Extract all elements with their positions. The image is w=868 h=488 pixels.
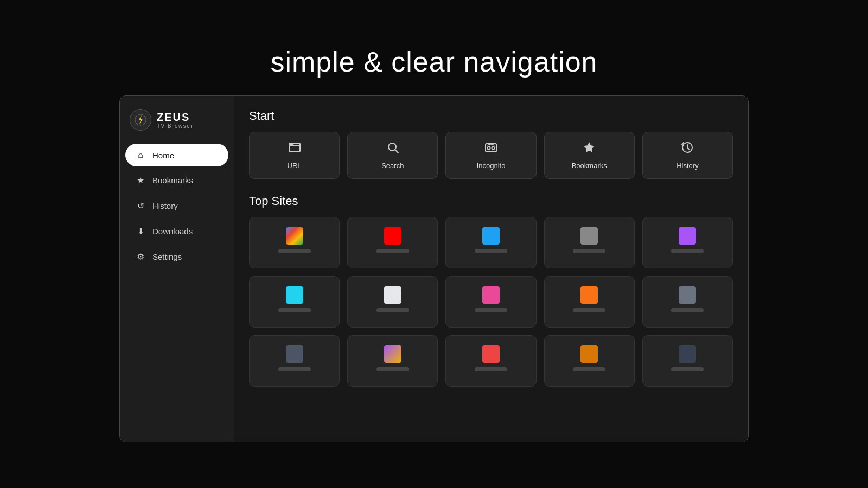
- sidebar-item-history[interactable]: ↺ History: [125, 194, 228, 217]
- sidebar-label-downloads: Downloads: [152, 227, 193, 236]
- search-label: Search: [381, 162, 404, 170]
- svg-point-4: [290, 144, 291, 145]
- svg-marker-1: [138, 115, 142, 125]
- favicon-11: [286, 345, 303, 363]
- site-tile-9[interactable]: [544, 276, 635, 328]
- sidebar-label-history: History: [152, 201, 178, 210]
- favicon-1: [286, 227, 303, 245]
- top-sites-title: Top Sites: [249, 194, 733, 208]
- svg-point-10: [492, 147, 495, 150]
- sidebar-item-bookmarks[interactable]: ★ Bookmarks: [125, 169, 228, 192]
- bookmarks-nav-label: Bookmarks: [572, 162, 607, 170]
- site-label-5: [671, 249, 704, 253]
- logo-name: ZEUS: [157, 111, 193, 123]
- favicon-6: [286, 286, 303, 304]
- url-icon: [288, 141, 301, 157]
- nav-buttons-row: URL Search: [249, 132, 733, 179]
- bookmarks-nav-icon: [583, 141, 596, 157]
- site-label-7: [376, 308, 409, 312]
- svg-marker-11: [584, 142, 595, 152]
- favicon-8: [482, 286, 500, 304]
- zeus-logo-icon: [130, 109, 151, 131]
- url-label: URL: [288, 162, 302, 170]
- site-label-13: [475, 367, 507, 371]
- site-label-11: [278, 367, 311, 371]
- bookmarks-nav-button[interactable]: Bookmarks: [544, 132, 635, 179]
- logo-subtitle: TV Browser: [157, 123, 193, 129]
- search-icon: [386, 141, 399, 157]
- incognito-icon: [484, 141, 497, 157]
- site-tile-1[interactable]: [249, 217, 340, 268]
- browser-window: ZEUS TV Browser ⌂ Home ★ Bookmarks ↺ His…: [119, 95, 749, 442]
- favicon-9: [580, 286, 598, 304]
- sidebar-item-home[interactable]: ⌂ Home: [125, 144, 228, 166]
- history-nav-button[interactable]: History: [642, 132, 733, 179]
- favicon-4: [580, 227, 598, 245]
- site-tile-15[interactable]: [642, 335, 733, 387]
- search-button[interactable]: Search: [347, 132, 438, 179]
- sidebar: ZEUS TV Browser ⌂ Home ★ Bookmarks ↺ His…: [120, 96, 234, 442]
- site-tile-13[interactable]: [445, 335, 536, 387]
- bookmarks-icon: ★: [135, 175, 146, 185]
- favicon-15: [679, 345, 696, 363]
- start-section-title: Start: [249, 109, 733, 123]
- site-label-4: [573, 249, 605, 253]
- history-nav-icon: [681, 141, 694, 157]
- favicon-13: [482, 345, 500, 363]
- site-tile-4[interactable]: [544, 217, 635, 268]
- site-label-9: [573, 308, 605, 312]
- site-label-15: [671, 367, 704, 371]
- site-label-14: [573, 367, 605, 371]
- site-tile-5[interactable]: [642, 217, 733, 268]
- url-button[interactable]: URL: [249, 132, 340, 179]
- favicon-3: [482, 227, 500, 245]
- sidebar-label-settings: Settings: [152, 252, 182, 261]
- site-label-3: [475, 249, 507, 253]
- site-tile-12[interactable]: [347, 335, 438, 387]
- history-icon: ↺: [135, 201, 146, 211]
- site-label-6: [278, 308, 311, 312]
- favicon-10: [679, 286, 696, 304]
- page-headline: simple & clear navigation: [270, 46, 597, 78]
- site-tile-7[interactable]: [347, 276, 438, 328]
- site-tile-14[interactable]: [544, 335, 635, 387]
- favicon-5: [679, 227, 696, 245]
- svg-point-9: [488, 147, 490, 150]
- incognito-label: Incognito: [477, 162, 506, 170]
- sidebar-item-settings[interactable]: ⚙ Settings: [125, 245, 228, 268]
- sidebar-label-home: Home: [152, 151, 174, 160]
- home-icon: ⌂: [135, 150, 146, 160]
- favicon-12: [384, 345, 401, 363]
- site-tile-8[interactable]: [445, 276, 536, 328]
- sidebar-label-bookmarks: Bookmarks: [152, 176, 193, 185]
- site-tile-3[interactable]: [445, 217, 536, 268]
- site-tile-10[interactable]: [642, 276, 733, 328]
- site-label-8: [475, 308, 507, 312]
- main-content: Start URL: [234, 96, 748, 442]
- settings-icon: ⚙: [135, 252, 146, 262]
- svg-point-5: [292, 144, 293, 145]
- logo-area: ZEUS TV Browser: [120, 106, 234, 143]
- svg-line-7: [395, 150, 398, 153]
- site-label-12: [376, 367, 409, 371]
- sidebar-item-downloads[interactable]: ⬇ Downloads: [125, 220, 228, 243]
- history-nav-label: History: [676, 162, 698, 170]
- site-tile-6[interactable]: [249, 276, 340, 328]
- favicon-7: [384, 286, 401, 304]
- favicon-14: [580, 345, 598, 363]
- top-sites-grid: [249, 217, 733, 387]
- site-label-2: [376, 249, 409, 253]
- favicon-2: [384, 227, 401, 245]
- incognito-button[interactable]: Incognito: [445, 132, 536, 179]
- site-tile-2[interactable]: [347, 217, 438, 268]
- site-tile-11[interactable]: [249, 335, 340, 387]
- logo-text: ZEUS TV Browser: [157, 111, 193, 129]
- site-label-10: [671, 308, 704, 312]
- downloads-icon: ⬇: [135, 226, 146, 236]
- site-label-1: [278, 249, 311, 253]
